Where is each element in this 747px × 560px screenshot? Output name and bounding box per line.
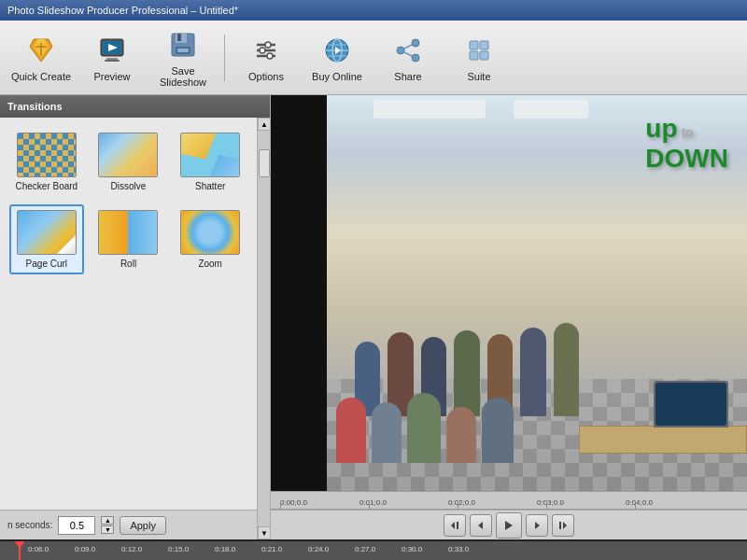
share-icon — [391, 34, 425, 67]
tick-4 — [635, 501, 636, 509]
shatter-thumb — [180, 133, 240, 177]
svg-rect-36 — [457, 522, 458, 529]
buy-online-label: Buy Online — [312, 71, 362, 82]
transition-zoom[interactable]: Zoom — [173, 204, 247, 274]
left-panel: Transitions Checker Board Dissol — [0, 95, 271, 539]
tick-3 — [546, 501, 547, 509]
ceiling-light-1 — [374, 100, 486, 119]
preview-black-bar — [271, 95, 327, 491]
scroll-track — [258, 131, 270, 526]
svg-rect-13 — [177, 49, 189, 52]
quick-create-icon — [24, 34, 58, 67]
left-panel-scrollbar[interactable]: ▲ ▼ — [257, 118, 270, 539]
roll-pattern — [99, 211, 157, 254]
play-button[interactable] — [496, 512, 522, 539]
svg-rect-11 — [177, 34, 181, 41]
quick-create-button[interactable]: Quick Create — [7, 26, 75, 90]
spin-up[interactable]: ▲ — [101, 516, 114, 525]
bottom-timeline-area: 0:06.0 0:09.0 0:12.0 0:15.0 0:18.0 0:21.… — [0, 539, 747, 560]
svg-line-30 — [404, 52, 412, 56]
svg-point-18 — [260, 48, 265, 53]
share-label: Share — [394, 71, 421, 82]
svg-point-17 — [265, 42, 271, 48]
playhead-head — [15, 541, 24, 549]
suite-icon — [462, 34, 496, 67]
page-curl-thumb — [17, 210, 77, 255]
spin-down[interactable]: ▼ — [101, 525, 114, 534]
scroll-down-btn[interactable]: ▼ — [258, 526, 270, 539]
title-text: Photo Slideshow Producer Professional – … — [7, 5, 238, 16]
buy-online-button[interactable]: Buy Online — [303, 26, 371, 90]
playback-controls — [271, 510, 747, 539]
options-button[interactable]: Options — [233, 26, 300, 90]
ruler-marks-container: 0:00;0.0 0:01;0.0 0:02;0.0 0:03;0.0 0:04… — [271, 492, 747, 509]
front-person-2 — [372, 402, 402, 463]
duration-bar: n seconds: ▲ ▼ Apply — [0, 510, 257, 539]
svg-marker-38 — [505, 521, 513, 530]
apply-button[interactable]: Apply — [120, 516, 166, 535]
step-back-button[interactable] — [470, 514, 492, 537]
share-button[interactable]: Share — [374, 26, 442, 90]
zoom-label: Zoom — [198, 259, 222, 269]
buy-online-icon — [320, 34, 354, 67]
ruler-mark-2: 0:02;0.0 — [448, 498, 475, 507]
title-bar: Photo Slideshow Producer Professional – … — [0, 0, 747, 21]
tick-1 — [369, 501, 370, 509]
transition-checker-board[interactable]: Checker Board — [9, 127, 84, 197]
scroll-up-btn[interactable]: ▲ — [258, 118, 270, 131]
svg-rect-31 — [470, 41, 478, 49]
preview-button[interactable]: Preview — [78, 26, 146, 90]
transition-shatter[interactable]: Shatter — [173, 127, 247, 197]
ruler-label-6: 0:06.0 — [28, 545, 49, 553]
ruler-mark-0: 0:00;0.0 — [280, 498, 307, 507]
uptodown-logo: up toDOWN — [645, 114, 728, 174]
transition-dissolve[interactable]: Dissolve — [92, 127, 166, 197]
preview-area: up toDOWN — [271, 95, 747, 491]
transitions-header: Transitions — [0, 95, 270, 118]
svg-marker-37 — [478, 522, 483, 529]
ruler-mark-1: 0:01;0.0 — [359, 498, 387, 507]
desk-surface — [579, 426, 747, 454]
transition-page-curl[interactable]: Page Curl — [9, 204, 84, 274]
suite-button[interactable]: Suite — [445, 26, 513, 90]
left-panel-inner: Checker Board Dissolve — [0, 118, 270, 539]
bottom-ruler-container: 0:06.0 0:09.0 0:12.0 0:15.0 0:18.0 0:21.… — [0, 541, 747, 560]
options-label: Options — [248, 71, 284, 82]
roll-label: Roll — [120, 259, 136, 269]
front-person-1 — [336, 398, 366, 463]
front-person-3 — [407, 393, 441, 463]
skip-forward-button[interactable] — [552, 514, 574, 537]
ruler-label-27: 0:27.0 — [355, 545, 375, 553]
transition-roll[interactable]: Roll — [92, 204, 166, 274]
laptop — [654, 381, 728, 427]
zoom-pattern — [181, 211, 239, 254]
duration-spinner: ▲ ▼ — [101, 516, 114, 534]
step-forward-button[interactable] — [526, 514, 548, 537]
checker-pattern — [18, 133, 76, 176]
playhead — [19, 541, 21, 560]
tick-2 — [458, 501, 458, 509]
svg-rect-32 — [480, 41, 488, 49]
save-slideshow-button[interactable]: Save Slideshow — [149, 26, 217, 90]
svg-point-28 — [412, 54, 419, 62]
duration-input[interactable] — [58, 516, 95, 535]
ceiling-light-2 — [514, 100, 588, 119]
checker-board-label: Checker Board — [15, 181, 78, 191]
svg-rect-8 — [105, 60, 120, 62]
ruler-mark-3: 0:03;0.0 — [537, 498, 564, 507]
preview-icon — [95, 34, 129, 67]
scroll-thumb[interactable] — [259, 149, 270, 177]
skip-back-button[interactable] — [444, 514, 466, 537]
zoom-thumb — [180, 210, 240, 255]
ruler-label-12: 0:12.0 — [121, 545, 142, 553]
suite-label: Suite — [467, 71, 490, 82]
ruler-label-33: 0:33.0 — [448, 545, 469, 553]
transitions-grid: Checker Board Dissolve — [0, 118, 257, 510]
page-curl-label: Page Curl — [26, 259, 67, 269]
front-person-4 — [446, 407, 476, 463]
svg-point-26 — [412, 39, 419, 47]
tick-0 — [280, 501, 281, 509]
dissolve-label: Dissolve — [111, 181, 147, 191]
front-person-5 — [482, 398, 514, 463]
save-slideshow-label: Save Slideshow — [150, 65, 216, 88]
